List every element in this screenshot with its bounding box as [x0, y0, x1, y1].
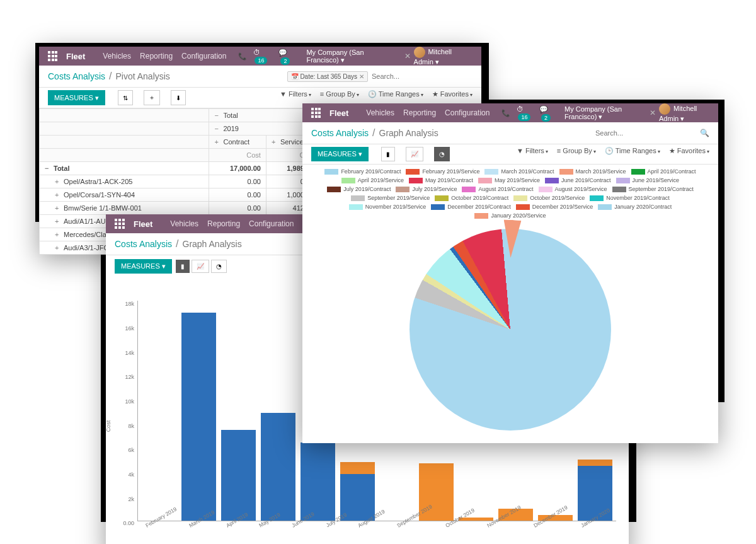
company-selector[interactable]: My Company (San Francisco) ▾	[564, 105, 640, 121]
pie-chart	[410, 229, 611, 431]
search-input[interactable]	[372, 72, 472, 80]
breadcrumb-current: Graph Analysis	[379, 128, 438, 138]
expand-icon[interactable]: +	[55, 217, 61, 225]
table-cell: 17,000.00	[209, 162, 266, 175]
nav-reporting[interactable]: Reporting	[403, 108, 436, 117]
legend-item[interactable]: February 2019/Service	[406, 168, 479, 175]
nav-vehicles[interactable]: Vehicles	[366, 108, 394, 117]
topbar: Fleet Vehicles Reporting Configuration 📞…	[39, 47, 481, 66]
chip-remove-icon[interactable]: ✕	[359, 73, 364, 80]
legend-item[interactable]: October 2019/Contract	[435, 195, 508, 201]
filter-chip-date[interactable]: 📅 Date: Last 365 Days✕	[287, 71, 368, 82]
nav-configuration[interactable]: Configuration	[445, 108, 490, 117]
legend-item[interactable]: April 2019/Service	[341, 177, 404, 183]
bar-chart-button[interactable]: ▮	[381, 147, 395, 161]
favorites-menu[interactable]: ★ Favorites▾	[669, 147, 709, 161]
legend-item[interactable]: January 2020/Service	[474, 212, 546, 219]
flip-axis-button[interactable]: ⇅	[118, 90, 133, 105]
expand-icon[interactable]: +	[55, 244, 61, 252]
legend-item[interactable]: May 2019/Contract	[409, 177, 473, 183]
bar-chart-button[interactable]: ▮	[176, 260, 190, 273]
apps-icon[interactable]	[311, 108, 321, 118]
close-icon[interactable]: ✕	[650, 108, 656, 117]
download-button[interactable]: ⬇	[171, 90, 186, 105]
company-selector[interactable]: My Company (San Francisco) ▾	[306, 49, 394, 64]
collapse-icon[interactable]: −	[214, 125, 220, 132]
expand-icon[interactable]: +	[55, 191, 61, 199]
expand-icon[interactable]: +	[214, 138, 220, 146]
chat-icon[interactable]: 💬2	[539, 105, 555, 121]
legend-item[interactable]: January 2020/Contract	[598, 204, 672, 210]
legend-item[interactable]: July 2019/Service	[396, 186, 457, 192]
table-row-header[interactable]: +Opel/Corsa/1-SYN-404	[40, 188, 209, 202]
breadcrumb-root[interactable]: Costs Analysis	[311, 128, 369, 138]
expand-icon[interactable]: +	[272, 138, 278, 146]
table-row-header[interactable]: −Total	[40, 162, 209, 175]
line-chart-button[interactable]: 📈	[406, 147, 423, 161]
clock-icon[interactable]: ⏱16	[253, 49, 272, 64]
table-row-header[interactable]: +Opel/Astra/1-ACK-205	[40, 175, 209, 188]
line-chart-button[interactable]: 📈	[192, 260, 209, 273]
timeranges-menu[interactable]: 🕒 Time Ranges▾	[605, 147, 660, 161]
phone-icon[interactable]: 📞	[238, 52, 247, 61]
legend-item[interactable]: October 2019/Service	[513, 195, 585, 201]
chat-icon[interactable]: 💬2	[278, 49, 297, 64]
legend-item[interactable]: July 2019/Contract	[327, 186, 391, 192]
measures-button[interactable]: MEASURES ▾	[311, 147, 369, 161]
nav-reporting[interactable]: Reporting	[140, 52, 173, 61]
legend-item[interactable]: August 2019/Contract	[462, 186, 533, 192]
table-cell: 0.00	[209, 175, 266, 188]
legend-item[interactable]: September 2019/Service	[351, 195, 430, 201]
legend-item[interactable]: November 2019/Contract	[590, 195, 670, 201]
expand-icon[interactable]: +	[55, 231, 61, 238]
nav-vehicles[interactable]: Vehicles	[103, 52, 131, 61]
bar-column	[221, 430, 256, 521]
expand-all-button[interactable]: ＋	[144, 90, 160, 105]
legend-item[interactable]: September 2019/Contract	[612, 186, 694, 192]
clock-icon[interactable]: ⏱16	[517, 105, 533, 120]
filters-menu[interactable]: ▼ Filters▾	[517, 147, 548, 161]
nav-vehicles[interactable]: Vehicles	[170, 219, 198, 228]
expand-icon[interactable]: +	[55, 178, 61, 185]
legend-item[interactable]: April 2019/Contract	[631, 168, 696, 175]
pie-slice-exploded	[501, 219, 521, 258]
legend-item[interactable]: June 2019/Contract	[545, 177, 611, 183]
legend-item[interactable]: February 2019/Contract	[324, 168, 401, 175]
legend-item[interactable]: March 2019/Contract	[484, 168, 554, 175]
avatar	[659, 103, 670, 115]
legend-item[interactable]: November 2019/Service	[349, 204, 427, 210]
groupby-menu[interactable]: ≡ Group By▾	[557, 147, 596, 161]
measures-button[interactable]: MEASURES ▾	[115, 259, 172, 274]
nav-reporting[interactable]: Reporting	[207, 219, 240, 228]
close-icon[interactable]: ✕	[404, 52, 411, 61]
chart-legend: February 2019/ContractFebruary 2019/Serv…	[302, 165, 718, 223]
expand-icon[interactable]: −	[45, 165, 51, 172]
apps-icon[interactable]	[48, 51, 57, 61]
phone-icon[interactable]: 📞	[501, 109, 510, 117]
measures-button[interactable]: MEASURES ▾	[48, 90, 105, 105]
app-brand: Fleet	[66, 52, 85, 61]
legend-item[interactable]: March 2019/Service	[559, 168, 626, 175]
user-menu[interactable]: Mitchell Admin ▾	[414, 47, 472, 66]
legend-item[interactable]: June 2019/Service	[616, 177, 680, 183]
breadcrumb-root[interactable]: Costs Analysis	[48, 71, 105, 81]
pie-chart-button[interactable]: ◔	[211, 260, 227, 273]
legend-item[interactable]: August 2019/Service	[539, 186, 607, 192]
search-input[interactable]	[595, 129, 696, 137]
expand-icon[interactable]: +	[55, 204, 61, 212]
collapse-icon[interactable]: −	[214, 112, 220, 119]
table-cell: 0.00	[209, 202, 266, 215]
legend-item[interactable]: December 2019/Contract	[431, 204, 511, 210]
legend-item[interactable]: May 2019/Service	[478, 177, 540, 183]
apps-icon[interactable]	[115, 219, 125, 229]
app-brand: Fleet	[329, 108, 348, 118]
table-row-header[interactable]: +Bmw/Serie 1/1-BMW-001	[40, 202, 209, 215]
pie-chart-button[interactable]: ◔	[434, 147, 450, 161]
user-menu[interactable]: Mitchell Admin ▾	[659, 103, 709, 123]
breadcrumb-root[interactable]: Costs Analysis	[115, 239, 172, 249]
legend-item[interactable]: December 2019/Service	[516, 204, 593, 210]
nav-configuration[interactable]: Configuration	[249, 219, 294, 228]
nav-configuration[interactable]: Configuration	[181, 52, 226, 61]
breadcrumb-current: Pivot Analysis	[116, 71, 170, 81]
search-icon[interactable]: 🔍	[700, 129, 709, 137]
